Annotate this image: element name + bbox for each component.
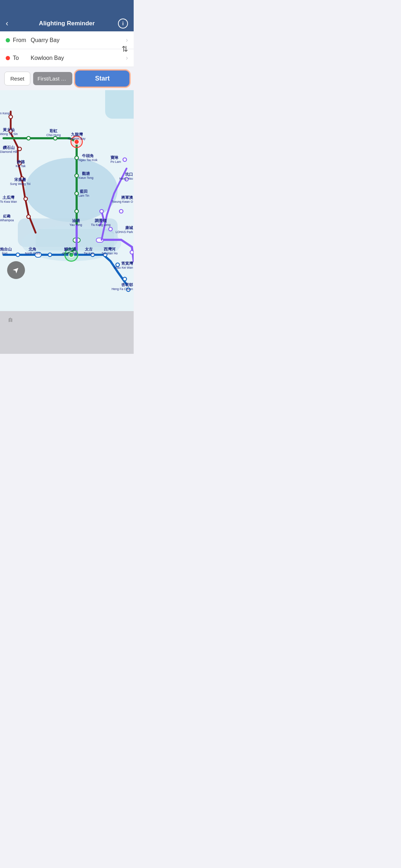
bottom-label: 自 (0, 311, 134, 329)
station-n-keng: n Keng (0, 112, 10, 115)
station-po-lam: 寶琳 Po Lam (110, 155, 121, 164)
station-lam-tin: 藍田 Lam Tin (78, 189, 89, 197)
station-hang-hau: 坑口 Hang Hau (119, 172, 133, 180)
station-quarry-bay: 鰂魚涌 Quarry Bay (62, 247, 78, 255)
station-wong-tai-sin: 黃大仙 Wong Tai Sin (0, 128, 18, 136)
svg-point-14 (53, 136, 57, 140)
svg-point-28 (16, 253, 20, 257)
station-kai-tak: 啟德 Kai Tak (16, 160, 26, 168)
svg-point-6 (18, 147, 21, 151)
first-last-button[interactable]: First/Last Tr... (33, 72, 72, 85)
nav-bar: ‹ Alighting Reminder i (0, 16, 134, 31)
from-dot (6, 38, 10, 42)
from-label: From (13, 37, 31, 43)
svg-point-37 (100, 210, 103, 213)
start-button[interactable]: Start (75, 71, 129, 87)
svg-point-0 (25, 158, 118, 222)
back-button[interactable]: ‹ (6, 19, 8, 28)
nav-title: Alighting Reminder (39, 20, 95, 27)
to-label: To (13, 55, 31, 61)
station-choi-hung: 彩虹 Choi Hung (46, 129, 61, 137)
map-area: n Keng 黃大仙 Wong Tai Sin 彩虹 Choi Hung 九龍灣… (0, 90, 134, 311)
swap-button[interactable]: ⇅ (122, 45, 128, 54)
from-row[interactable]: From Quarry Bay › (0, 31, 134, 49)
from-value: Quarry Bay (31, 37, 126, 43)
svg-point-25 (130, 250, 134, 254)
info-icon: i (122, 21, 124, 26)
station-north-point: 北角 North Point (25, 247, 40, 255)
svg-point-9 (24, 197, 27, 201)
svg-point-30 (48, 253, 52, 257)
to-chevron-icon: › (126, 54, 128, 62)
station-tseung-kwan-o: 將軍澳 Tseung Kwan O (112, 195, 133, 203)
to-value: Kowloon Bay (31, 55, 126, 61)
station-fortress-hill: 炮台山 Fort... (0, 247, 12, 255)
to-dot (6, 56, 10, 60)
station-shau-kei-wan: 筲箕灣 Shau Kei Wan (114, 261, 133, 269)
station-lohas-park: 康城 LOHAS Park (115, 226, 133, 234)
svg-point-16 (75, 174, 78, 177)
station-to-kwa-wan: 土瓜灣 To Kwa Wan (0, 195, 17, 203)
bottom-area: 自 (0, 311, 134, 354)
svg-point-24 (109, 227, 112, 231)
svg-point-4 (9, 115, 12, 119)
from-chevron-icon: › (126, 36, 128, 44)
station-diamond-hill: 鑽石山 Diamond Hill (0, 145, 17, 154)
station-sai-wan-ho: 西灣河 Sai Wan Ho (102, 247, 118, 255)
location-button[interactable]: ➤ (7, 261, 25, 279)
location-arrow-icon: ➤ (10, 264, 21, 275)
station-yau-tong: 油塘 Yau Tong (70, 218, 82, 227)
svg-point-23 (119, 210, 123, 213)
route-form: From Quarry Bay › ⇅ To Kowloon Bay › (0, 31, 134, 67)
reset-button[interactable]: Reset (4, 72, 30, 86)
station-ngau-tau-kok: 牛頭角 Ngau Tau Kok (78, 154, 97, 162)
to-row[interactable]: To Kowloon Bay › (0, 49, 134, 67)
station-kwun-tong: 觀塘 Kwun Tong (78, 171, 93, 180)
info-button[interactable]: i (118, 19, 128, 29)
station-kowloon-bay: 九龍灣 Kowloon Bay (68, 132, 86, 140)
svg-point-34 (123, 277, 127, 281)
station-tai-koo: 太古 Tai Koo (84, 247, 94, 255)
svg-point-17 (75, 192, 78, 195)
station-heng-fa-chuen: 杏花邨 Heng Fa Chuen (112, 283, 133, 291)
station-whampoa: 紅磡 Whampoa (0, 214, 14, 222)
svg-point-15 (75, 156, 78, 160)
svg-point-13 (27, 136, 30, 140)
status-bar (0, 0, 134, 16)
svg-point-10 (27, 215, 30, 218)
station-tiu-keng-leng: 調景嶺 Tiu Keng Leng (91, 218, 110, 227)
station-sung-wong-toi: 宋皇臺 Sung Wong Toi (10, 177, 30, 186)
svg-point-21 (123, 158, 127, 161)
svg-point-18 (75, 210, 78, 213)
action-bar: Reset First/Last Tr... Start (0, 67, 134, 90)
